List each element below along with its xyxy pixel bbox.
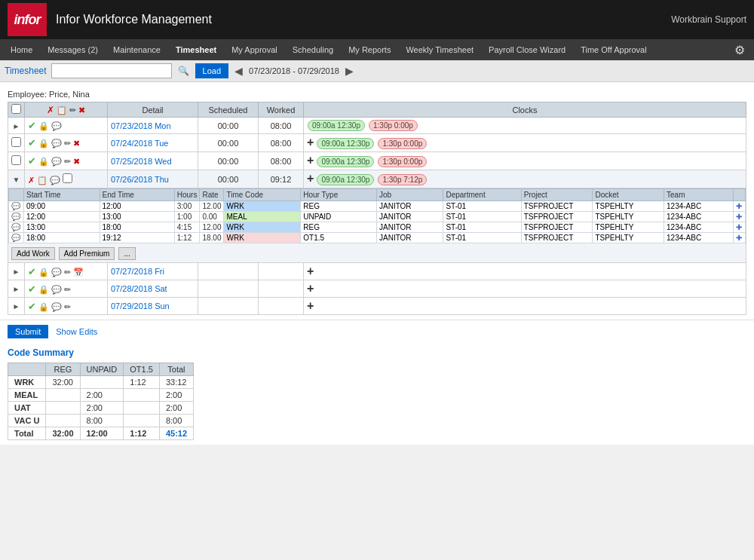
add-punch-btn[interactable]: +	[307, 172, 314, 185]
nav-messages[interactable]: Messages (2)	[40, 42, 106, 57]
nav-home[interactable]: Home	[3, 42, 40, 57]
detail-project[interactable]	[521, 201, 593, 212]
expand-icon[interactable]: ►	[13, 285, 20, 293]
nav-weekly-timesheet[interactable]: Weekly Timesheet	[398, 42, 481, 57]
detail-start[interactable]	[24, 222, 100, 233]
time-code-input[interactable]	[226, 223, 298, 231]
nav-payroll-close-wizard[interactable]: Payroll Close Wizard	[481, 42, 573, 57]
add-punch-btn[interactable]: +	[307, 265, 314, 277]
detail-time-code[interactable]	[224, 201, 301, 212]
detail-end[interactable]	[100, 212, 174, 222]
expand-icon[interactable]: ▼	[13, 176, 20, 184]
detail-job[interactable]	[376, 233, 443, 243]
add-punch-btn[interactable]: +	[307, 136, 314, 148]
team-input[interactable]	[667, 234, 731, 242]
nav-scheduling[interactable]: Scheduling	[285, 42, 341, 57]
detail-docket[interactable]	[593, 233, 664, 243]
hour-type-input[interactable]	[303, 223, 374, 231]
docket-input[interactable]	[595, 202, 661, 210]
detail-project[interactable]	[521, 212, 593, 222]
date-link[interactable]: 07/26/2018	[111, 175, 152, 184]
project-input[interactable]	[524, 223, 590, 231]
detail-team[interactable]	[664, 233, 734, 243]
row-checkbox[interactable]	[11, 155, 21, 165]
detail-project[interactable]	[521, 222, 593, 233]
detail-add-icon[interactable]: ✚	[736, 223, 742, 231]
detail-end[interactable]	[100, 233, 174, 243]
dept-input[interactable]	[446, 223, 518, 231]
nav-timesheet[interactable]: Timesheet	[168, 42, 224, 57]
start-time-input[interactable]	[26, 223, 97, 231]
project-input[interactable]	[524, 202, 590, 210]
detail-docket[interactable]	[593, 222, 664, 233]
end-time-input[interactable]	[103, 223, 172, 231]
detail-team[interactable]	[664, 222, 734, 233]
detail-team[interactable]	[664, 212, 734, 222]
detail-dept[interactable]	[443, 212, 521, 222]
row-checkbox[interactable]	[11, 137, 21, 147]
time-code-input[interactable]	[226, 234, 298, 242]
detail-end[interactable]	[100, 201, 174, 212]
date-link[interactable]: 07/28/2018	[111, 284, 152, 293]
detail-hour-type[interactable]	[301, 201, 377, 212]
job-input[interactable]	[379, 202, 440, 210]
detail-start[interactable]	[24, 212, 100, 222]
nav-time-off-approval[interactable]: Time Off Approval	[573, 42, 654, 57]
docket-input[interactable]	[595, 213, 661, 221]
load-button[interactable]: Load	[195, 63, 228, 78]
detail-add-icon[interactable]: ✚	[736, 234, 742, 242]
add-punch-btn[interactable]: +	[307, 282, 314, 295]
add-work-button[interactable]: Add Work	[11, 247, 55, 260]
start-time-input[interactable]	[26, 202, 97, 210]
detail-job[interactable]	[376, 212, 443, 222]
detail-add-icon[interactable]: ✚	[736, 213, 742, 221]
detail-extra-button[interactable]: ...	[118, 247, 135, 260]
team-input[interactable]	[667, 213, 731, 221]
detail-start[interactable]	[24, 233, 100, 243]
team-input[interactable]	[667, 223, 731, 231]
team-input[interactable]	[667, 202, 731, 210]
dept-input[interactable]	[446, 202, 518, 210]
dept-input[interactable]	[446, 234, 518, 242]
docket-input[interactable]	[595, 223, 661, 231]
add-punch-btn[interactable]: +	[307, 154, 314, 167]
expand-icon[interactable]: ►	[13, 122, 20, 130]
detail-time-code[interactable]	[224, 233, 301, 243]
job-input[interactable]	[379, 223, 440, 231]
detail-dept[interactable]	[443, 201, 521, 212]
date-link[interactable]: 07/23/2018	[111, 121, 152, 130]
detail-job[interactable]	[376, 222, 443, 233]
time-code-input[interactable]	[226, 213, 298, 221]
date-link[interactable]: 07/25/2018	[111, 157, 152, 166]
end-time-input[interactable]	[103, 234, 172, 242]
date-link[interactable]: 07/29/2018	[111, 301, 152, 311]
select-all-checkbox[interactable]	[11, 104, 21, 114]
detail-row-action[interactable]: ✚	[734, 212, 746, 222]
detail-add-icon[interactable]: ✚	[736, 202, 742, 210]
detail-team[interactable]	[664, 201, 734, 212]
date-link[interactable]: 07/24/2018	[111, 139, 152, 148]
row-expand[interactable]: ▼	[8, 170, 25, 188]
detail-dept[interactable]	[443, 222, 521, 233]
detail-start[interactable]	[24, 201, 100, 212]
docket-input[interactable]	[595, 234, 661, 242]
row-checkbox[interactable]	[63, 173, 72, 183]
end-time-input[interactable]	[103, 213, 172, 221]
timesheet-label[interactable]: Timesheet	[5, 66, 47, 76]
start-time-input[interactable]	[26, 234, 97, 242]
expand-icon[interactable]: ►	[13, 268, 20, 276]
nav-my-reports[interactable]: My Reports	[341, 42, 398, 57]
row-expand[interactable]: ►	[8, 118, 25, 134]
timesheet-search-input[interactable]	[51, 63, 172, 78]
project-input[interactable]	[524, 234, 590, 242]
row-expand[interactable]: ►	[8, 263, 25, 280]
add-premium-button[interactable]: Add Premium	[59, 247, 115, 260]
job-input[interactable]	[379, 213, 440, 221]
detail-row-action[interactable]: ✚	[734, 201, 746, 212]
date-link[interactable]: 07/27/2018	[111, 267, 152, 276]
detail-end[interactable]	[100, 222, 174, 233]
row-expand[interactable]	[8, 134, 25, 152]
submit-button[interactable]: Submit	[8, 325, 48, 338]
start-time-input[interactable]	[26, 213, 97, 221]
end-time-input[interactable]	[103, 202, 172, 210]
